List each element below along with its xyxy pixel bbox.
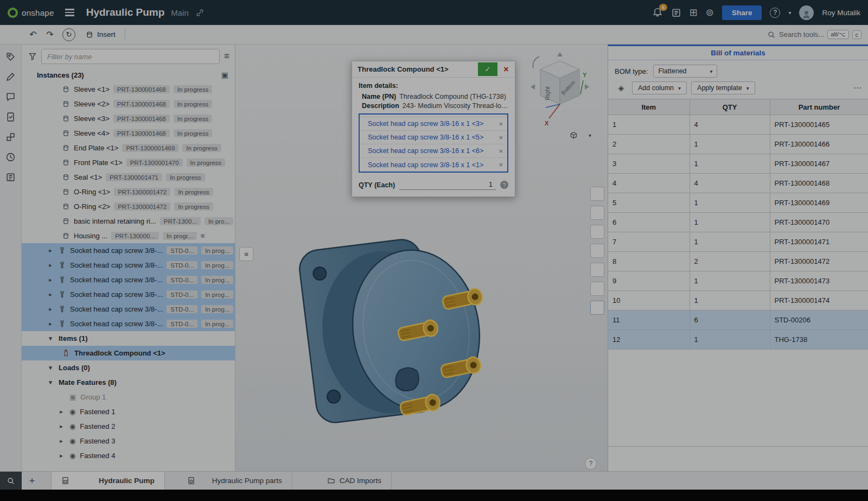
help-icon[interactable]: ? — [770, 8, 780, 18]
applied-to-selection-list[interactable]: Socket head cap screw 3/8-16 x 1 <3> × S… — [359, 113, 508, 173]
bom-row[interactable]: 1 4 PRT-1300001465 — [608, 115, 868, 135]
help-caret-icon[interactable]: ▾ — [788, 10, 791, 16]
outline-icon[interactable] — [4, 170, 17, 183]
bom-row[interactable]: 6 1 PRT-1300001470 — [608, 213, 868, 232]
selection-list-handle[interactable]: ≡ — [239, 247, 253, 261]
avatar[interactable] — [799, 5, 814, 20]
add-column-button[interactable]: Add column ▾ — [632, 81, 687, 94]
bom-row[interactable]: 7 1 PRT-1300001471 — [608, 232, 868, 252]
mate-feature-row[interactable]: ▸ ◉ Fastened 2 — [22, 419, 235, 434]
qty-input[interactable]: 1 — [399, 180, 496, 190]
main-menu-button[interactable] — [63, 7, 76, 18]
bom-row[interactable]: 5 1 PRT-1300001469 — [608, 193, 868, 213]
onshape-logo[interactable]: onshape — [8, 8, 54, 18]
chevron-down-icon[interactable]: ▾ — [47, 379, 54, 386]
document-tab[interactable]: Hydraulic Pump parts — [165, 472, 292, 490]
viewcube-right-face[interactable]: Right — [544, 86, 551, 100]
chevron-right-icon[interactable]: ▸ — [58, 408, 65, 415]
selection-list-item[interactable]: Socket head cap screw 3/8-16 x 1 <3> × — [360, 117, 507, 131]
bom-row[interactable]: 3 1 PRT-1300001467 — [608, 154, 868, 174]
instance-row[interactable]: Sleeve <1> PRT-1300001468 In progress ≡ — [22, 82, 235, 97]
chevron-right-icon[interactable]: ▸ — [47, 320, 54, 327]
chevron-down-icon[interactable]: ▾ — [47, 364, 54, 371]
chevron-right-icon[interactable]: ▸ — [58, 452, 65, 459]
edit-icon[interactable] — [4, 70, 17, 83]
chevron-right-icon[interactable]: ▸ — [47, 247, 54, 254]
view-options-button[interactable]: ▾ — [570, 129, 591, 141]
remove-selection-icon[interactable]: × — [499, 147, 503, 155]
instance-row[interactable]: Housing ... PRT-130000... In progr... ≡ — [22, 229, 235, 243]
document-tab[interactable]: CAD Imports — [292, 472, 392, 490]
instance-row[interactable]: Seal <1> PRT-1300001471 In progress ≡ — [22, 170, 235, 185]
chevron-down-icon[interactable]: ▾ — [47, 335, 54, 342]
apply-template-button[interactable]: Apply template ▾ — [691, 81, 755, 94]
chevron-right-icon[interactable]: ▸ — [58, 437, 65, 445]
viewport-help-icon[interactable]: ? — [585, 458, 597, 470]
dialog-cancel-button[interactable]: × — [497, 62, 515, 76]
share-link-icon[interactable] — [195, 8, 205, 17]
screw-instance-row[interactable]: ▸ Socket head cap screw 3/8-... STD-0...… — [22, 302, 235, 316]
bom-col-part-number[interactable]: Part number — [770, 99, 868, 115]
items-section-header[interactable]: ▾ Items (1) — [22, 331, 235, 346]
bom-type-select[interactable]: Flattened ▾ — [653, 65, 717, 78]
panel-options-icon[interactable]: ▣ — [221, 71, 228, 79]
dialog-header[interactable]: Threadlock Compound <1> ✓ × — [352, 61, 515, 78]
screw-instance-row[interactable]: ▸ Socket head cap screw 3/8-... STD-0...… — [22, 272, 235, 287]
share-button[interactable]: Share — [722, 5, 762, 20]
chevron-right-icon[interactable]: ▸ — [47, 262, 54, 269]
selection-list-item[interactable]: Socket head cap screw 3/8-16 x 1 <6> × — [360, 144, 507, 158]
view-cube[interactable]: Right Bottom Y X — [522, 49, 598, 136]
document-tab[interactable]: Hydraulic Pump — [51, 472, 165, 490]
redo-button[interactable]: ↷ — [42, 27, 58, 42]
instance-row[interactable]: Front Plate <1> PRT-1300001470 In progre… — [22, 155, 235, 170]
instance-row[interactable]: O-Ring <2> PRT-1300001472 In progress ≡ — [22, 199, 235, 214]
chevron-right-icon[interactable]: ▸ — [47, 276, 54, 283]
undo-button[interactable]: ↶ — [25, 27, 41, 42]
remove-selection-icon[interactable]: × — [499, 134, 503, 142]
bom-row[interactable]: 9 1 PRT-1300001473 — [608, 271, 868, 291]
bom-col-item[interactable]: Item — [608, 99, 690, 115]
selection-list-item[interactable]: Socket head cap screw 3/8-16 x 1 <5> × — [360, 131, 507, 144]
bom-col-qty[interactable]: QTY — [690, 99, 770, 115]
screw-instance-row[interactable]: ▸ Socket head cap screw 3/8-... STD-0...… — [22, 243, 235, 258]
bom-row[interactable]: 4 4 PRT-1300001468 — [608, 174, 868, 193]
filter-input[interactable] — [41, 49, 220, 64]
chevron-right-icon[interactable]: ▸ — [47, 291, 54, 298]
mate-feature-row[interactable]: ▸ ▣ Group 1 — [22, 390, 235, 404]
notifications-button[interactable]: 5 — [652, 7, 663, 18]
tab-search-button[interactable] — [0, 472, 22, 490]
screw-instance-row[interactable]: ▸ Socket head cap screw 3/8-... STD-0...… — [22, 316, 235, 331]
instance-row[interactable]: Sleeve <2> PRT-1300001468 In progress ≡ — [22, 97, 235, 111]
workspace-name[interactable]: Main — [171, 8, 189, 17]
where-used-icon[interactable] — [4, 130, 17, 143]
dialog-confirm-button[interactable]: ✓ — [478, 62, 497, 76]
search-tools[interactable]: Search tools... alt/⌥ c — [767, 30, 864, 39]
selection-list-item[interactable]: Socket head cap screw 3/8-16 x 1 <1> × — [360, 158, 507, 172]
release-management-icon[interactable] — [4, 50, 17, 63]
instances-header[interactable]: Instances (23) ▣ — [22, 67, 235, 82]
mate-features-section-header[interactable]: ▾ Mate Features (8) — [22, 375, 235, 390]
bom-settings-icon[interactable]: ◈ — [615, 81, 628, 94]
remove-selection-icon[interactable]: × — [499, 161, 503, 169]
bom-row[interactable]: 8 2 PRT-1300001472 — [608, 252, 868, 271]
instance-row[interactable]: Sleeve <3> PRT-1300001468 In progress ≡ — [22, 111, 235, 126]
tasks-icon[interactable] — [4, 110, 17, 123]
instance-row[interactable]: End Plate <1> PRT-1300001469 In progress… — [22, 141, 235, 155]
chevron-right-icon[interactable]: ▸ — [47, 306, 54, 313]
bom-overflow-menu-icon[interactable]: ⋯ — [853, 83, 861, 93]
threadlock-item-row[interactable]: Threadlock Compound <1> — [22, 346, 235, 360]
whats-new-icon[interactable] — [671, 8, 681, 18]
instance-row[interactable]: Sleeve <4> PRT-1300001468 In progress ≡ — [22, 126, 235, 141]
update-rebuild-button[interactable]: ↻ — [62, 28, 75, 41]
comments-icon[interactable] — [4, 90, 17, 103]
list-view-toggle-icon[interactable]: ≡ — [224, 51, 229, 62]
bom-row[interactable]: 2 1 PRT-1300001466 — [608, 135, 868, 154]
mate-feature-row[interactable]: ▸ ◉ Fastened 1 — [22, 404, 235, 419]
remove-selection-icon[interactable]: × — [499, 120, 503, 128]
instance-row[interactable]: basic internal retaining ri... PRT-1300.… — [22, 214, 235, 229]
loads-section-header[interactable]: ▾ Loads (0) — [22, 360, 235, 375]
mate-feature-row[interactable]: ▸ ◉ Fastened 4 — [22, 448, 235, 463]
bom-row[interactable]: 10 1 PRT-1300001474 — [608, 291, 868, 310]
app-store-icon[interactable]: ⊞ — [690, 8, 698, 17]
pump-3d-model[interactable] — [296, 228, 486, 429]
